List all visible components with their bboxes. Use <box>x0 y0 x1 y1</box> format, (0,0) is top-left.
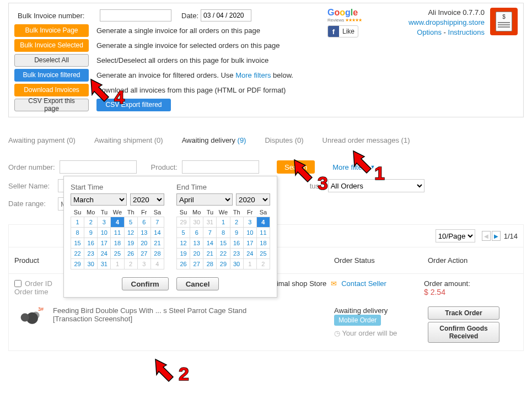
calendar-day[interactable]: 16 <box>84 238 98 249</box>
calendar-day[interactable]: 11 <box>111 228 124 238</box>
calendar-day[interactable]: 17 <box>243 238 256 249</box>
calendar-day[interactable]: 15 <box>71 238 84 249</box>
calendar-day[interactable]: 10 <box>243 228 256 238</box>
calendar-day[interactable]: 24 <box>98 249 111 259</box>
track-order-button[interactable]: Track Order <box>428 306 499 320</box>
calendar-day[interactable]: 22 <box>217 249 230 259</box>
calendar-day[interactable]: 4 <box>256 217 270 228</box>
calendar-day[interactable]: 12 <box>177 238 190 249</box>
csv-export-filtered-button[interactable]: CSV Export filtered <box>96 99 171 111</box>
calendar-day[interactable]: 10 <box>98 228 111 238</box>
calendar-day[interactable]: 3 <box>98 217 111 228</box>
more-filters-toggle[interactable]: More filters ▼ <box>332 163 375 171</box>
calendar-day[interactable]: 14 <box>151 228 164 238</box>
calendar-day[interactable]: 14 <box>203 238 217 249</box>
calendar-day[interactable]: 13 <box>137 228 151 238</box>
calendar-day[interactable]: 11 <box>256 228 270 238</box>
calendar-day[interactable]: 1 <box>243 259 256 269</box>
calendar-day[interactable]: 27 <box>137 249 151 259</box>
tab-unread-messages[interactable]: Unread order messages (1) <box>323 136 410 144</box>
calendar-day[interactable]: 29 <box>71 259 84 269</box>
search-button[interactable]: Search <box>277 160 315 174</box>
calendar-day[interactable]: 13 <box>190 238 203 249</box>
deselect-all-button[interactable]: Deselect All <box>14 54 89 67</box>
calendar-day[interactable]: 24 <box>243 249 256 259</box>
calendar-day[interactable]: 3 <box>243 217 256 228</box>
product-title-link[interactable]: Feeding Bird Double Cups With ... s Stee… <box>53 306 246 315</box>
calendar-day[interactable]: 30 <box>190 217 203 228</box>
more-filters-inline-link[interactable]: More filters <box>235 71 271 79</box>
calendar-day[interactable]: 30 <box>230 259 243 269</box>
calendar-day[interactable]: 25 <box>256 249 270 259</box>
options-link[interactable]: Options <box>417 28 442 36</box>
calendar-day[interactable]: 8 <box>71 228 84 238</box>
google-logo[interactable]: Google <box>327 8 362 18</box>
calendar-day[interactable]: 22 <box>71 249 84 259</box>
calendar-day[interactable]: 19 <box>177 249 190 259</box>
calendar-day[interactable]: 7 <box>203 228 217 238</box>
calendar-day[interactable]: 8 <box>217 228 230 238</box>
tab-awaiting-delivery[interactable]: Awaiting delivery (9) <box>182 136 246 144</box>
calendar-day[interactable]: 21 <box>151 238 164 249</box>
status-select[interactable]: All Orders <box>328 179 424 192</box>
facebook-like-button[interactable]: f Like <box>327 25 358 37</box>
bulk-invoice-number-input[interactable] <box>100 9 171 21</box>
calendar-day[interactable]: 31 <box>203 217 217 228</box>
tab-awaiting-payment[interactable]: Awaiting payment (0) <box>8 136 76 144</box>
calendar-day[interactable]: 17 <box>98 238 111 249</box>
calendar-day[interactable]: 25 <box>111 249 124 259</box>
product-thumbnail[interactable]: 3# <box>14 306 45 328</box>
calendar-day[interactable]: 21 <box>203 249 217 259</box>
bulk-date-input[interactable] <box>201 9 251 21</box>
calendar-day[interactable]: 28 <box>203 259 217 269</box>
bulk-invoice-filtered-button[interactable]: Bulk Invoice filtered <box>14 69 89 82</box>
calendar-day[interactable]: 4 <box>151 259 164 269</box>
download-invoices-button[interactable]: Download Invoices <box>14 84 89 96</box>
calendar-day[interactable]: 29 <box>177 217 190 228</box>
calendar-day[interactable]: 9 <box>230 228 243 238</box>
calendar-day[interactable]: 26 <box>177 259 190 269</box>
start-month-select[interactable]: March <box>71 193 127 206</box>
contact-seller-link[interactable]: Contact Seller <box>341 279 386 288</box>
calendar-day[interactable]: 18 <box>256 238 270 249</box>
transaction-screenshot[interactable]: [Transaction Screenshot] <box>53 315 132 323</box>
calendar-day[interactable]: 29 <box>217 259 230 269</box>
pager-prev-button[interactable]: ◀ <box>482 231 491 241</box>
calendar-day[interactable]: 9 <box>84 228 98 238</box>
confirm-goods-button[interactable]: Confirm Goods Received <box>428 322 499 343</box>
tab-awaiting-shipment[interactable]: Awaiting shipment (0) <box>94 136 163 144</box>
calendar-day[interactable]: 2 <box>230 217 243 228</box>
store-link[interactable]: www.dropshipping.store <box>409 18 485 26</box>
calendar-day[interactable]: 5 <box>124 217 137 228</box>
calendar-day[interactable]: 3 <box>137 259 151 269</box>
order-checkbox[interactable] <box>14 280 22 287</box>
calendar-day[interactable]: 5 <box>177 228 190 238</box>
calendar-day[interactable]: 15 <box>217 238 230 249</box>
calendar-day[interactable]: 18 <box>111 238 124 249</box>
calendar-day[interactable]: 1 <box>217 217 230 228</box>
end-year-select[interactable]: 2020 <box>236 193 270 206</box>
calendar-day[interactable]: 23 <box>84 249 98 259</box>
calendar-day[interactable]: 2 <box>256 259 270 269</box>
calendar-day[interactable]: 26 <box>124 249 137 259</box>
datepicker-confirm-button[interactable]: Confirm <box>122 277 169 290</box>
instructions-link[interactable]: Instructions <box>448 28 485 36</box>
calendar-day[interactable]: 6 <box>190 228 203 238</box>
calendar-day[interactable]: 20 <box>190 249 203 259</box>
calendar-day[interactable]: 4 <box>111 217 124 228</box>
product-input[interactable] <box>182 160 259 174</box>
bulk-invoice-selected-button[interactable]: Bulk Invoice Selected <box>14 39 89 52</box>
datepicker-cancel-button[interactable]: Cancel <box>176 277 219 290</box>
calendar-day[interactable]: 19 <box>124 238 137 249</box>
tab-disputes[interactable]: Disputes (0) <box>265 136 303 144</box>
csv-export-page-button[interactable]: CSV Export this page <box>14 99 89 111</box>
calendar-day[interactable]: 27 <box>190 259 203 269</box>
calendar-day[interactable]: 1 <box>71 217 84 228</box>
calendar-day[interactable]: 7 <box>151 217 164 228</box>
order-number-input[interactable] <box>60 160 137 174</box>
calendar-day[interactable]: 12 <box>124 228 137 238</box>
calendar-day[interactable]: 28 <box>151 249 164 259</box>
calendar-day[interactable]: 16 <box>230 238 243 249</box>
calendar-day[interactable]: 23 <box>230 249 243 259</box>
end-month-select[interactable]: April <box>176 193 233 206</box>
